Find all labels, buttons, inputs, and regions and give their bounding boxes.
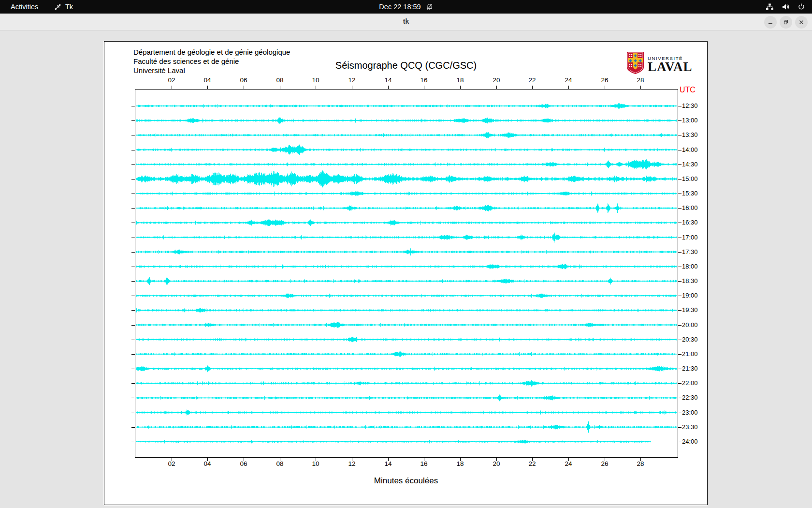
utc-time-label: 17:30 (682, 248, 698, 256)
x-tick-top (568, 86, 569, 90)
utc-time-label: 21:30 (682, 365, 698, 373)
trace-tick-right (678, 252, 682, 253)
trace-tick-left (131, 413, 135, 413)
x-tick-label-top: 02 (163, 76, 180, 84)
x-tick-top (605, 86, 605, 90)
tk-window-content: Département de géologie et de génie géol… (0, 30, 812, 508)
notifications-muted-icon (426, 3, 433, 11)
x-tick-top (172, 86, 172, 90)
x-tick-label-bottom: 08 (272, 460, 288, 467)
x-tick-label-bottom: 14 (380, 460, 396, 467)
utc-time-label: 23:00 (682, 409, 698, 417)
utc-time-label: 23:30 (682, 423, 698, 431)
trace-tick-left (131, 208, 135, 209)
utc-time-label: 16:30 (682, 219, 698, 226)
x-tick-top (496, 86, 497, 90)
trace-tick-left (131, 340, 135, 340)
x-tick-top (424, 86, 424, 90)
trace-tick-right (678, 135, 682, 135)
trace-tick-right (678, 238, 682, 238)
x-tick-label-bottom: 20 (488, 460, 505, 467)
x-tick-top (316, 86, 316, 90)
seismograph-panel: Département de géologie et de génie géol… (104, 41, 708, 505)
trace-tick-left (131, 120, 135, 121)
utc-time-label: 22:30 (682, 394, 698, 402)
trace-tick-right (678, 369, 682, 369)
trace-tick-right (678, 310, 682, 311)
minimize-button[interactable] (764, 16, 777, 29)
x-tick-label-top: 14 (380, 76, 396, 84)
utc-time-label: 13:30 (682, 131, 698, 139)
trace-tick-left (131, 310, 135, 311)
x-axis-title: Minutes écoulées (135, 476, 677, 486)
trace-tick-left (131, 325, 135, 326)
x-tick-label-bottom: 18 (452, 460, 468, 467)
utc-time-label: 13:00 (682, 117, 698, 124)
gnome-top-bar: Activities Tk Dec 22 18:59 (0, 0, 812, 14)
trace-tick-left (131, 281, 135, 282)
utc-time-label: 20:00 (682, 321, 698, 329)
x-tick-label-bottom: 04 (199, 460, 216, 467)
trace-tick-right (678, 442, 682, 442)
trace-tick-right (678, 120, 682, 121)
x-tick-label-top: 24 (560, 76, 577, 84)
x-tick-label-bottom: 24 (560, 460, 577, 467)
utc-time-label: 16:00 (682, 204, 698, 212)
x-tick-label-bottom: 12 (344, 460, 360, 467)
trace-tick-right (678, 354, 682, 355)
trace-tick-right (678, 296, 682, 296)
trace-tick-left (131, 106, 135, 106)
x-tick-top (388, 86, 389, 90)
trace-tick-left (131, 267, 135, 267)
x-tick-label-bottom: 10 (307, 460, 324, 467)
x-tick-label-top: 18 (452, 76, 468, 84)
trace-tick-left (131, 354, 135, 355)
trace-tick-left (131, 369, 135, 369)
x-tick-top (207, 86, 208, 90)
trace-tick-left (131, 296, 135, 296)
x-tick-label-bottom: 28 (632, 460, 649, 467)
org-line-1: Département de géologie et de génie géol… (133, 47, 290, 57)
power-icon[interactable] (798, 3, 805, 11)
trace-tick-right (678, 340, 682, 340)
x-tick-top (280, 86, 280, 90)
window-titlebar[interactable]: tk (0, 14, 812, 30)
trace-tick-right (678, 427, 682, 428)
trace-tick-left (131, 150, 135, 150)
maximize-button[interactable] (780, 16, 792, 29)
trace-tick-left (131, 238, 135, 238)
x-tick-top (640, 86, 641, 90)
utc-time-label: 14:00 (682, 146, 698, 154)
utc-time-label: 12:30 (682, 102, 698, 110)
trace-tick-right (678, 179, 682, 179)
utc-time-label: 24:00 (682, 438, 698, 446)
utc-time-label: 17:00 (682, 234, 698, 241)
trace-tick-right (678, 208, 682, 209)
trace-tick-right (678, 398, 682, 398)
close-button[interactable] (795, 16, 808, 29)
trace-tick-left (131, 179, 135, 179)
x-tick-label-bottom: 26 (596, 460, 613, 467)
trace-tick-left (131, 252, 135, 253)
utc-time-label: 21:00 (682, 350, 698, 358)
x-tick-label-top: 10 (307, 76, 324, 84)
utc-label: UTC (680, 86, 696, 94)
x-tick-label-bottom: 02 (163, 460, 180, 467)
x-tick-label-top: 16 (416, 76, 432, 84)
x-tick-label-top: 06 (235, 76, 252, 84)
seismogram-plot: UTC 020204040606080810101212141416161818… (135, 89, 678, 458)
trace-tick-right (678, 194, 682, 194)
utc-time-label: 18:00 (682, 263, 698, 270)
trace-tick-right (678, 106, 682, 106)
trace-tick-right (678, 325, 682, 326)
volume-icon[interactable] (782, 3, 790, 11)
trace-tick-right (678, 281, 682, 282)
trace-tick-right (678, 267, 682, 267)
x-tick-top (532, 86, 533, 90)
clock[interactable]: Dec 22 18:59 (379, 3, 420, 11)
trace-tick-left (131, 223, 135, 223)
x-tick-label-top: 20 (488, 76, 505, 84)
network-wired-icon[interactable] (766, 3, 774, 11)
trace-tick-left (131, 164, 135, 165)
trace-tick-right (678, 150, 682, 150)
